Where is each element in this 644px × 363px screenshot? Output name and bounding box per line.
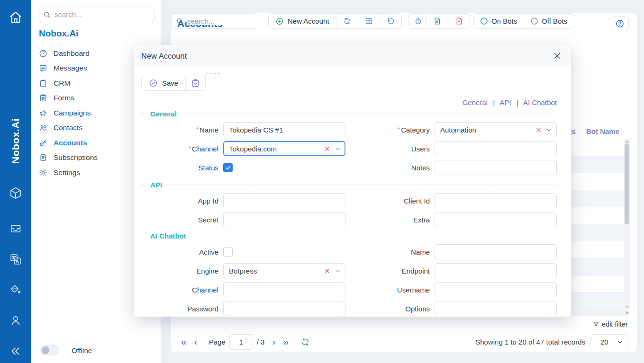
options-input[interactable] xyxy=(435,301,557,316)
ai-chatbot-fields: Active Name Engine Botpress Endpoint Cha… xyxy=(141,244,557,316)
section-general: General xyxy=(141,110,557,117)
save-label: Save xyxy=(162,79,178,87)
tab-ai-chatbot[interactable]: AI Chatbot xyxy=(523,98,557,106)
client-id-input[interactable] xyxy=(435,193,557,208)
radio-circle-icon xyxy=(531,18,538,25)
active-label: Active xyxy=(141,248,218,256)
subscriptions-icon xyxy=(39,153,47,162)
refresh-button[interactable] xyxy=(336,14,358,28)
columns-button[interactable] xyxy=(358,14,380,28)
page-size-value: 20 xyxy=(600,338,608,346)
engine-label: Engine xyxy=(141,267,218,275)
offline-toggle[interactable] xyxy=(40,345,59,355)
scroll-right-icon[interactable]: ▶ xyxy=(626,310,629,315)
offline-row: Offline xyxy=(40,345,92,355)
app-id-input[interactable] xyxy=(223,193,345,208)
tab-api[interactable]: API xyxy=(500,98,511,106)
save-button[interactable]: Save xyxy=(142,75,185,90)
clear-icon[interactable] xyxy=(324,146,330,152)
notes-label: Notes xyxy=(350,164,430,172)
scrollbar-thumb[interactable] xyxy=(625,144,629,224)
home-icon[interactable] xyxy=(0,8,31,27)
refresh-icon xyxy=(343,17,351,25)
endpoint-label: Endpoint xyxy=(350,267,430,275)
general-fields: *Name *Category Automation *Channel Toko… xyxy=(141,122,557,175)
save-and-copy-button[interactable] xyxy=(185,75,205,90)
contacts-icon xyxy=(39,124,47,132)
ink-drop-icon[interactable] xyxy=(0,280,31,299)
tab-general[interactable]: General xyxy=(463,98,488,106)
records-summary: Showing 1 to 20 of 47 total records xyxy=(171,338,585,346)
help-button[interactable] xyxy=(611,16,629,31)
table-search-input[interactable] xyxy=(187,17,252,25)
username-label: Username xyxy=(350,286,430,294)
sidebar-item-label: Forms xyxy=(54,94,74,102)
user-icon[interactable] xyxy=(0,311,31,330)
translate-icon[interactable] xyxy=(0,250,31,269)
active-checkbox[interactable] xyxy=(223,247,233,257)
on-bots-radio[interactable]: On Bots xyxy=(474,14,524,28)
sidebar-item-label: Settings xyxy=(54,168,80,177)
ai-name-label: Name xyxy=(350,248,430,256)
engine-select[interactable]: Botpress xyxy=(223,263,345,278)
tab-separator: | xyxy=(517,98,518,106)
users-label: Users xyxy=(350,145,430,153)
vertical-scrollbar[interactable]: ▲ ▼ xyxy=(624,139,630,310)
new-account-button[interactable]: New Account xyxy=(269,14,336,28)
column-header-bot-name[interactable]: Bot Name xyxy=(586,127,619,135)
section-jump-links: General | API | AI Chatbot xyxy=(141,98,557,106)
cube-icon[interactable] xyxy=(0,184,31,203)
category-select[interactable]: Automation xyxy=(435,122,557,137)
sidebar-item-label: Subscriptions xyxy=(54,153,98,162)
export-pdf-button[interactable] xyxy=(448,14,470,28)
new-account-modal: New Account Save General | API | AI Chat… xyxy=(134,45,571,317)
status-checkbox[interactable] xyxy=(223,163,233,172)
scroll-up-icon[interactable]: ▲ xyxy=(624,140,630,144)
off-bots-radio[interactable]: Off Bots xyxy=(524,14,574,28)
auto-refresh-button[interactable] xyxy=(408,14,428,28)
channel-select[interactable]: Tokopedia.com xyxy=(223,141,345,156)
options-label: Options xyxy=(350,305,430,313)
scroll-down-icon[interactable]: ▼ xyxy=(624,305,630,309)
sidebar-search[interactable] xyxy=(38,7,154,22)
sidebar-search-input[interactable] xyxy=(54,10,149,18)
sidebar-item-label: Campaigns xyxy=(54,109,91,117)
help-icon xyxy=(615,19,625,28)
page-size-select[interactable]: 20 xyxy=(590,334,628,349)
offline-label: Offline xyxy=(72,346,92,354)
ai-name-input[interactable] xyxy=(435,244,557,259)
endpoint-input[interactable] xyxy=(435,263,557,278)
ai-channel-input[interactable] xyxy=(223,282,345,297)
dashboard-icon xyxy=(39,49,47,58)
chevron-down-icon xyxy=(335,146,341,152)
secret-input[interactable] xyxy=(223,212,345,227)
status-label: Status xyxy=(141,164,218,172)
sidebar-brand: Nobox.Ai xyxy=(39,28,78,39)
export-excel-button[interactable] xyxy=(426,14,448,28)
username-input[interactable] xyxy=(435,282,557,297)
clear-icon[interactable] xyxy=(535,127,542,133)
section-ai-chatbot: AI Chatbot xyxy=(141,232,557,239)
toggle-knob xyxy=(42,346,49,354)
search-icon xyxy=(43,11,51,18)
crm-icon xyxy=(39,79,47,88)
undo-button[interactable] xyxy=(380,14,401,28)
modal-header: New Account xyxy=(134,45,571,67)
users-input[interactable] xyxy=(435,141,557,156)
name-input[interactable] xyxy=(223,122,345,137)
inbox-icon[interactable] xyxy=(0,219,31,238)
close-icon[interactable] xyxy=(553,52,562,60)
forms-icon xyxy=(39,94,47,102)
clipboard-check-icon xyxy=(191,79,200,88)
password-input[interactable] xyxy=(223,301,345,316)
edit-filter-link[interactable]: edit filter xyxy=(593,320,628,328)
sidebar-item-label: Dashboard xyxy=(54,49,90,58)
app-id-label: App Id xyxy=(141,197,218,205)
notes-input[interactable] xyxy=(435,160,557,175)
collapse-icon[interactable] xyxy=(0,342,31,361)
table-search[interactable] xyxy=(171,13,257,29)
extra-input[interactable] xyxy=(435,212,557,227)
check-circle-icon xyxy=(149,79,158,88)
chevron-down-icon xyxy=(546,127,552,133)
clear-icon[interactable] xyxy=(324,268,330,274)
